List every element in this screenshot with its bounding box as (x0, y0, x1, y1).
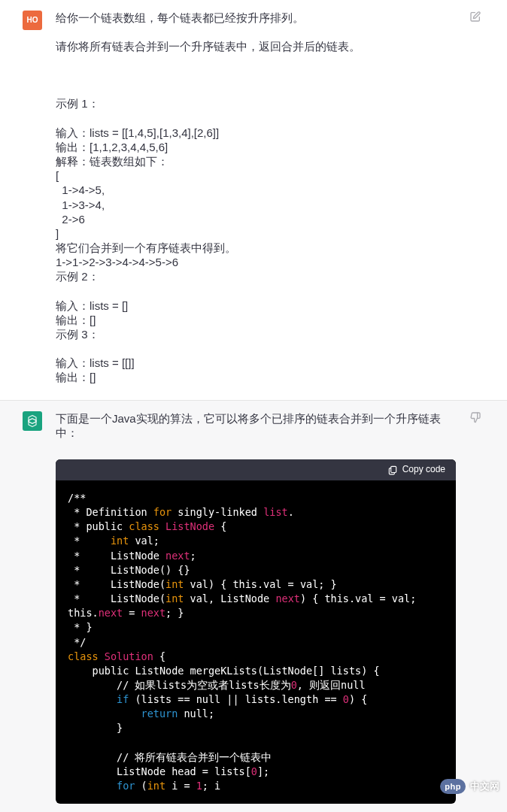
text-line: 解释：链表数组如下： (56, 154, 456, 168)
copy-code-button[interactable]: Copy code (387, 463, 445, 476)
text-line (56, 82, 456, 96)
assistant-avatar (23, 411, 42, 431)
text-line: [ (56, 168, 456, 183)
watermark-text: 中文网 (470, 780, 499, 793)
watermark: php 中文网 (440, 779, 499, 794)
svg-rect-0 (390, 466, 396, 472)
text-line: 示例 3： (56, 327, 456, 341)
text-line: 输入：lists = [[1,4,5],[1,3,4],[2,6]] (56, 126, 456, 140)
openai-icon (25, 414, 40, 429)
text-line (56, 341, 456, 356)
text-line (56, 111, 456, 126)
clipboard-icon (387, 465, 398, 475)
dislike-button[interactable] (469, 411, 484, 804)
edit-button[interactable] (469, 11, 484, 385)
text-line: 输出：[1,1,2,3,4,4,5,6] (56, 140, 456, 154)
user-avatar: HO (23, 11, 42, 30)
text-line: 示例 2： (56, 269, 456, 283)
thumbs-down-icon (469, 411, 481, 423)
text-line: 输入：lists = [[]] (56, 356, 456, 370)
code-block: Copy code /** * Definition for singly-li… (56, 459, 456, 804)
user-content: 给你一个链表数组，每个链表都已经按升序排列。请你将所有链表合并到一个升序链表中，… (42, 11, 469, 385)
text-line: 输出：[] (56, 370, 456, 384)
text-line: 2->6 (56, 212, 456, 226)
copy-code-label: Copy code (402, 463, 445, 476)
text-line: 给你一个链表数组，每个链表都已经按升序排列。 (56, 11, 456, 25)
text-line: 1->1->2->3->4->4->5->6 (56, 255, 456, 269)
text-line: ] (56, 226, 456, 241)
text-line (56, 284, 456, 298)
text-line: 输入：lists = [] (56, 298, 456, 313)
text-line (56, 53, 456, 68)
assistant-intro: 下面是一个Java实现的算法，它可以将多个已排序的链表合并到一个升序链表中： (56, 411, 456, 440)
text-line: 1->4->5, (56, 183, 456, 197)
watermark-badge: php (440, 779, 466, 794)
text-line: 将它们合并到一个有序链表中得到。 (56, 241, 456, 255)
user-message: HO 给你一个链表数组，每个链表都已经按升序排列。请你将所有链表合并到一个升序链… (0, 0, 507, 400)
edit-icon (469, 11, 481, 23)
text-line: 1->3->4, (56, 198, 456, 212)
assistant-message: 下面是一个Java实现的算法，它可以将多个已排序的链表合并到一个升序链表中： C… (0, 400, 507, 812)
code-content: /** * Definition for singly-linked list.… (56, 480, 456, 804)
assistant-content: 下面是一个Java实现的算法，它可以将多个已排序的链表合并到一个升序链表中： C… (42, 411, 469, 804)
text-line: 请你将所有链表合并到一个升序链表中，返回合并后的链表。 (56, 39, 456, 53)
text-line (56, 68, 456, 82)
code-header: Copy code (56, 459, 456, 480)
text-line: 示例 1： (56, 96, 456, 111)
text-line (56, 25, 456, 39)
text-line: 输出：[] (56, 313, 456, 327)
